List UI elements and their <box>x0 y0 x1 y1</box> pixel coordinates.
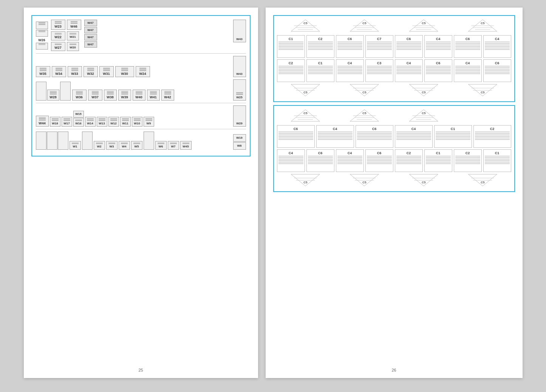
w38-item: W38 <box>104 90 117 101</box>
c5-top-4: C5 <box>454 19 511 34</box>
left-page: W26 W23 W46 <box>24 8 258 378</box>
w8-item: W8 <box>233 142 246 150</box>
c5-bb-2: C5 <box>336 174 393 188</box>
w19-item: W19 <box>233 134 246 142</box>
w45-item: W45 <box>180 141 192 150</box>
c5-b-top-1: C5 <box>277 109 334 124</box>
c4-bot-1: C4 <box>336 59 364 82</box>
c4-top-1: C4 <box>424 35 452 58</box>
c4-b-2: C4 <box>395 125 433 148</box>
c5-b-top-placeholder <box>454 109 511 124</box>
svg-text:C5: C5 <box>303 112 308 115</box>
w46-item: W46 <box>67 20 81 30</box>
w41-item: W41 <box>147 90 160 101</box>
w-item <box>36 22 48 29</box>
svg-text:C5: C5 <box>481 91 485 94</box>
c1-bb-2: C1 <box>483 149 511 172</box>
w47a-item: W47 <box>84 20 97 26</box>
w36-item: W36 <box>72 90 87 101</box>
w18-item: W18 <box>50 117 60 127</box>
c5-b-top-2: C5 <box>336 109 393 124</box>
spacer1 <box>82 132 93 150</box>
c5-b-top-3: C5 <box>395 109 452 124</box>
w30-item: W30 <box>115 66 134 77</box>
c6-bb-1: C6 <box>306 149 334 172</box>
svg-text:C5: C5 <box>362 181 367 184</box>
w43-item: W43 <box>233 20 246 42</box>
w26-item <box>36 30 48 37</box>
c7-top: C7 <box>365 35 393 58</box>
c4-top-2: C4 <box>483 35 511 58</box>
svg-text:C5: C5 <box>422 91 426 94</box>
w31-item: W31 <box>99 66 114 77</box>
svg-text:C5: C5 <box>422 22 426 25</box>
c6-top-3: C6 <box>454 35 482 58</box>
c5-bot-3: C5 <box>395 84 452 98</box>
right-page-number: 26 <box>391 368 396 372</box>
c6-top-1: C6 <box>336 35 364 58</box>
w28-item2 <box>60 82 71 101</box>
svg-text:C5: C5 <box>362 112 367 115</box>
c6-bb-2: C6 <box>365 149 393 172</box>
c4-b-1: C4 <box>316 125 354 148</box>
c5-bot-2: C5 <box>336 84 393 98</box>
w28-label: W28 <box>47 90 59 101</box>
right-page: C5 C5 <box>266 8 523 378</box>
svg-text:C5: C5 <box>422 112 426 115</box>
w20-item: W20 <box>67 42 79 51</box>
w35-item: W35 <box>36 66 50 77</box>
w1-tall3 <box>58 132 68 150</box>
w47b-item: W47 <box>84 27 97 33</box>
svg-text:C5: C5 <box>362 22 367 25</box>
w5-item: W5 <box>131 141 142 150</box>
w15-item: W15 <box>73 111 84 118</box>
c1-bot: C1 <box>306 59 334 82</box>
w11-item: W11 <box>120 117 131 127</box>
svg-text:C5: C5 <box>481 181 485 184</box>
w37-item: W37 <box>88 90 102 101</box>
w39-item: W39 <box>118 90 131 101</box>
w16-item: W16 <box>73 118 84 127</box>
w43-tall: W43 <box>233 56 246 77</box>
w47c-item: W47 <box>84 34 97 40</box>
w3-item: W3 <box>106 141 118 150</box>
c6-top-2: C6 <box>395 35 423 58</box>
c1-bb: C1 <box>424 149 452 172</box>
w44-item: W44 <box>36 116 49 127</box>
w12-item: W12 <box>108 117 119 127</box>
svg-text:C5: C5 <box>303 91 308 94</box>
c6-b-1: C6 <box>277 125 315 148</box>
c3-bot: C3 <box>365 59 393 82</box>
w1-item: W1 <box>70 141 81 150</box>
w34-item: W34 <box>52 66 66 77</box>
w29-item: W29 <box>233 105 246 127</box>
c2-b: C2 <box>473 125 511 148</box>
w27-item: W27 <box>51 42 65 51</box>
c2-bb-1: C2 <box>395 149 423 172</box>
svg-text:C5: C5 <box>303 22 308 25</box>
c5-bb-3: C5 <box>395 174 452 188</box>
left-blueprint-frame: W26 W23 W46 <box>31 15 251 156</box>
w33-item: W33 <box>68 66 82 77</box>
c4-bb-2: C4 <box>336 149 364 172</box>
c5-top-3: C5 <box>395 19 452 34</box>
separator3 <box>36 129 246 129</box>
w9-item: W9 <box>144 117 154 127</box>
w14-item: W14 <box>85 117 96 127</box>
w23-item: W23 <box>51 20 65 30</box>
bottom-c-section: C5 C5 <box>273 105 515 192</box>
c2-bb-2: C2 <box>454 149 482 172</box>
w25-item: W25 <box>233 79 246 101</box>
c4-bot-3: C4 <box>454 59 482 82</box>
w7-item: W7 <box>168 141 179 150</box>
w42-item: W42 <box>161 90 174 101</box>
w24-item: W24 <box>136 66 150 77</box>
svg-text:C5: C5 <box>481 22 485 25</box>
c5-bb-4: C5 <box>454 174 511 188</box>
w28-item <box>36 82 46 101</box>
w47d-item: W47 <box>84 41 97 48</box>
w26-item2 <box>36 43 48 50</box>
w40-item: W40 <box>133 90 145 101</box>
w22-item: W22 <box>51 31 65 40</box>
c5-top-2: C5 <box>336 19 393 34</box>
